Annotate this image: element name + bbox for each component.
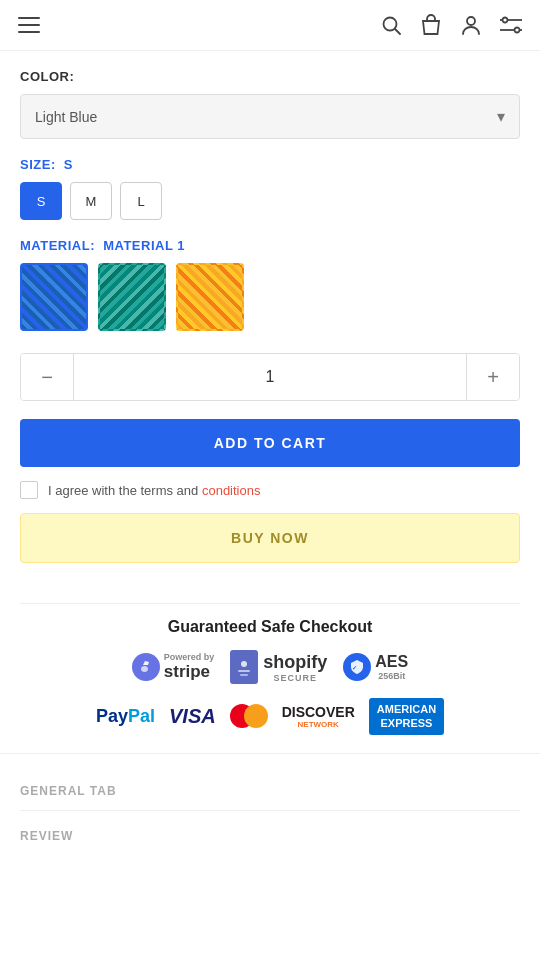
color-label: COLOR: [20,69,520,84]
filter-icon[interactable] [500,14,522,36]
shopify-badge: shopify SECURE [230,650,327,684]
svg-line-4 [395,29,400,34]
material-swatch-teal[interactable] [98,263,166,331]
svg-rect-2 [18,31,40,33]
payment-badges-row: Powered by stripe shopify SECURE [20,650,520,684]
mc-yellow-circle [244,704,268,728]
quantity-control: − 1 + [20,353,520,401]
svg-rect-15 [240,674,248,676]
buy-now-button[interactable]: BUY NOW [20,513,520,563]
quantity-minus-button[interactable]: − [21,354,73,400]
aes-icon: ✓ [343,653,371,681]
terms-text: I agree with the terms and conditions [48,483,260,498]
header-right-icons [380,14,522,36]
visa-logo: VISA [169,705,216,728]
aes-bits-text: 256Bit [375,671,408,681]
size-selected-label: S [64,157,73,172]
material-section: MATERIAL: Material 1 [20,238,520,331]
add-to-cart-button[interactable]: ADD TO CART [20,419,520,467]
svg-point-5 [467,17,475,25]
svg-rect-0 [18,17,40,19]
stripe-powered-text: Powered by [164,652,215,662]
stripe-name: stripe [164,662,210,682]
svg-rect-1 [18,24,40,26]
payment-logos-row: PayPal VISA DISCOVER NETWORK AMERICAN EX… [20,698,520,735]
material-swatches [20,263,520,331]
aes-badge: ✓ AES 256Bit [343,653,408,681]
size-btn-m[interactable]: M [70,182,112,220]
size-btn-l[interactable]: L [120,182,162,220]
material-label: MATERIAL: Material 1 [20,238,520,253]
checkout-divider [20,603,520,604]
svg-text:✓: ✓ [352,665,357,671]
quantity-plus-button[interactable]: + [467,354,519,400]
tabs-section: GENERAL TAB REVIEW [0,753,540,855]
paypal-logo: PayPal [96,706,155,727]
quantity-section: − 1 + [20,353,520,401]
quantity-value: 1 [73,354,467,400]
bag-icon[interactable] [420,14,442,36]
user-icon[interactable] [460,14,482,36]
stripe-badge: Powered by stripe [132,652,215,682]
svg-rect-14 [238,670,250,672]
menu-icon[interactable] [18,14,40,36]
color-value: Light Blue [35,109,97,125]
header [0,0,540,51]
dropdown-arrow-icon: ▾ [497,107,505,126]
material-swatch-yellow[interactable] [176,263,244,331]
safe-checkout-title: Guaranteed Safe Checkout [20,618,520,636]
size-section: SIZE: S S M L [20,157,520,220]
aes-name: AES [375,653,408,671]
amex-logo: AMERICAN EXPRESS [369,698,444,735]
terms-link[interactable]: conditions [202,483,261,498]
shopify-name: shopify [263,652,327,673]
main-content: COLOR: Light Blue ▾ SIZE: S S M L MATERI… [0,51,540,585]
material-selected-label: Material 1 [103,238,185,253]
shopify-icon [230,650,258,684]
stripe-icon [132,653,160,681]
discover-logo: DISCOVER NETWORK [282,704,355,729]
color-dropdown[interactable]: Light Blue ▾ [20,94,520,139]
svg-point-7 [515,28,520,33]
terms-row: I agree with the terms and conditions [20,481,520,499]
shopify-secure-text: SECURE [263,673,327,683]
size-btn-s[interactable]: S [20,182,62,220]
size-label: SIZE: S [20,157,520,172]
terms-checkbox[interactable] [20,481,38,499]
tab-general[interactable]: GENERAL TAB [20,772,520,811]
svg-point-13 [241,661,247,667]
material-swatch-blue[interactable] [20,263,88,331]
size-buttons: S M L [20,182,520,220]
search-icon[interactable] [380,14,402,36]
safe-checkout-section: Guaranteed Safe Checkout Powered by stri… [0,585,540,753]
tab-review[interactable]: REVIEW [20,811,520,855]
discover-network-text: NETWORK [298,720,339,729]
mastercard-logo [230,704,268,728]
svg-point-6 [503,18,508,23]
